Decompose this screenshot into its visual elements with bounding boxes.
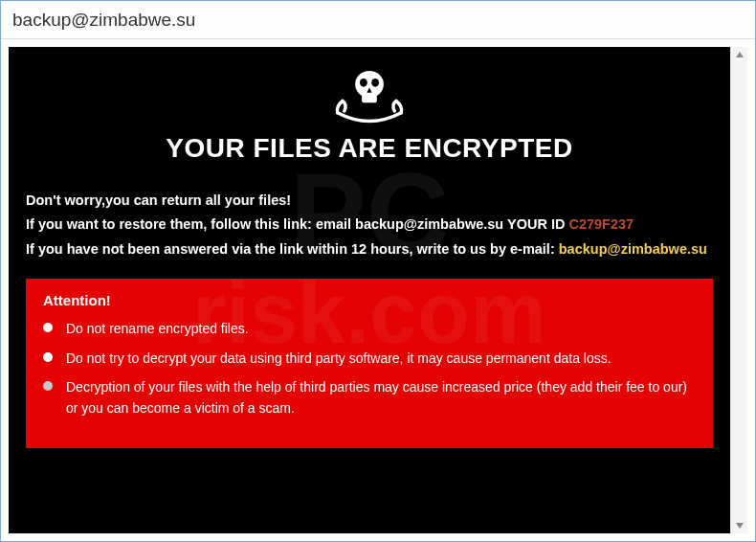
bullet-icon [43,323,53,332]
msg2-prefix: If you want to restore them, follow this… [26,216,316,232]
application-window: backup@zimbabwe.su PC risk.com [0,0,756,542]
bullet-icon [43,381,53,391]
message-line-1: Don't worry,you can return all your file… [26,189,713,213]
svg-rect-1 [362,95,377,103]
svg-point-3 [371,79,379,87]
email-label: email [316,216,355,232]
your-id-label: YOUR ID [503,216,568,232]
svg-marker-6 [736,523,744,529]
scroll-up-button[interactable] [732,47,747,62]
attention-title: Attention! [43,292,696,308]
contact-email-1: backup@zimbabwe.su [355,216,503,232]
page-title: YOUR FILES ARE ENCRYPTED [26,133,713,164]
attention-item-2: Do not try to decrypt your data using th… [66,348,696,369]
list-item: Do not rename encrypted files. [43,318,696,339]
scroll-down-button[interactable] [732,518,747,533]
list-item: Decryption of your files with the help o… [43,376,696,419]
attention-list: Do not rename encrypted files. Do not tr… [43,318,696,419]
svg-point-0 [355,71,384,98]
list-item: Do not try to decrypt your data using th… [43,348,696,369]
victim-id: C279F237 [568,216,634,232]
bullet-icon [43,352,53,362]
client-area: PC risk.com [1,39,755,541]
ransom-note-panel: PC risk.com [9,47,730,533]
attention-panel: Attention! Do not rename encrypted files… [26,279,713,448]
svg-marker-5 [736,52,744,57]
message-block: Don't worry,you can return all your file… [26,189,713,261]
skull-icon [26,64,713,131]
attention-item-3: Decryption of your files with the help o… [66,376,696,419]
message-line-3: If you have not been answered via the li… [26,237,713,261]
attention-item-1: Do not rename encrypted files. [66,318,696,339]
vertical-scrollbar[interactable] [730,47,747,533]
contact-email-2: backup@zimbabwe.su [559,241,707,257]
message-line-2: If you want to restore them, follow this… [26,213,713,237]
svg-point-2 [360,79,367,87]
window-title: backup@zimbabwe.su [12,10,195,31]
titlebar[interactable]: backup@zimbabwe.su [1,1,755,39]
msg3-prefix: If you have not been answered via the li… [26,241,559,257]
